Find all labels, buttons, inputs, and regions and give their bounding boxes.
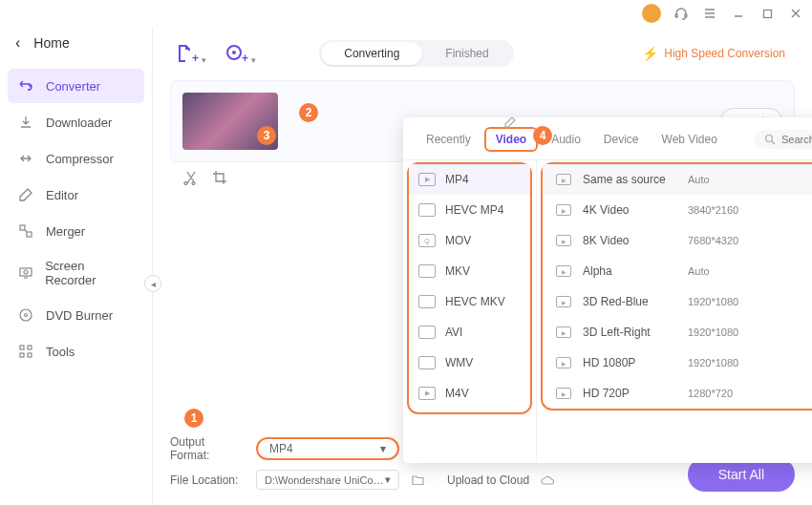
add-dvd-button[interactable]: +▾ [220, 38, 250, 69]
preset-item[interactable]: Same as sourceAuto [543, 164, 812, 195]
output-format-label: Output Format: [170, 435, 246, 462]
trim-icon[interactable] [183, 170, 199, 185]
compressor-icon [17, 150, 34, 167]
window-minimize-icon[interactable] [730, 5, 747, 22]
popup-tab-video[interactable]: Video [484, 127, 538, 152]
sidebar-item-compressor[interactable]: Compressor [8, 141, 144, 176]
tools-icon [17, 343, 34, 360]
merger-icon [17, 222, 34, 240]
sidebar-item-converter[interactable]: Converter [8, 69, 144, 103]
window-close-icon[interactable] [787, 5, 804, 22]
window-maximize-icon[interactable] [759, 5, 776, 22]
chevron-down-icon: ▾ [385, 473, 391, 486]
svg-rect-10 [28, 353, 32, 357]
svg-rect-8 [28, 346, 32, 349]
svg-point-4 [24, 270, 28, 274]
sidebar-item-downloader[interactable]: Downloader [8, 105, 144, 139]
svg-rect-2 [27, 232, 32, 237]
sidebar-item-label: DVD Burner [46, 308, 113, 323]
video-rect-icon [556, 174, 571, 185]
sidebar-item-label: Merger [46, 224, 85, 239]
popup-tab-recently[interactable]: Recently [417, 129, 481, 150]
svg-rect-3 [20, 268, 32, 276]
svg-rect-7 [20, 346, 24, 349]
annotation-badge-1: 1 [184, 409, 203, 428]
format-icon: ▶ [418, 387, 436, 400]
format-item-m4v[interactable]: ▶M4V [409, 378, 530, 409]
video-rect-icon [556, 326, 571, 338]
video-rect-icon [556, 235, 571, 246]
titlebar [0, 0, 812, 27]
format-item-mkv[interactable]: MKV [409, 256, 530, 286]
format-popup: Recently Video Audio Device Web Video ▶M… [403, 117, 812, 463]
format-icon: ▶ [418, 173, 436, 186]
format-item-hevcmkv[interactable]: HEVC MKV [409, 286, 530, 317]
file-location-dropdown[interactable]: D:\Wondershare UniConverter 1 ▾ [256, 470, 399, 490]
sidebar: ‹ Home Converter Downloader Compressor E… [0, 27, 153, 505]
sidebar-item-dvd[interactable]: DVD Burner [8, 298, 144, 332]
preset-column: Same as sourceAuto 4K Video3840*2160 8K … [537, 160, 812, 463]
converter-icon [17, 77, 34, 95]
sidebar-item-label: Converter [46, 79, 100, 94]
svg-point-12 [232, 51, 236, 54]
cloud-icon[interactable] [539, 474, 556, 486]
back-chevron-icon[interactable]: ‹ [15, 34, 20, 52]
downloader-icon [17, 114, 34, 131]
annotation-badge-4: 4 [533, 126, 552, 145]
format-item-mov[interactable]: QMOV [409, 225, 530, 256]
sidebar-item-recorder[interactable]: Screen Recorder [8, 250, 144, 296]
preset-item[interactable]: HD 720P1280*720 [543, 378, 812, 409]
sidebar-item-editor[interactable]: Editor [8, 178, 144, 212]
sidebar-item-label: Compressor [46, 152, 114, 166]
preset-item[interactable]: 3D Red-Blue1920*1080 [543, 286, 812, 317]
preset-item[interactable]: 4K Video3840*2160 [543, 195, 812, 225]
high-speed-toggle[interactable]: ⚡ High Speed Conversion [632, 42, 795, 65]
search-input[interactable] [781, 134, 812, 145]
sidebar-item-tools[interactable]: Tools [8, 334, 144, 368]
preset-item[interactable]: AlphaAuto [543, 256, 812, 286]
popup-tab-web[interactable]: Web Video [652, 129, 727, 150]
video-rect-icon [556, 265, 571, 277]
pill-finished[interactable]: Finished [422, 42, 511, 65]
svg-point-6 [25, 314, 28, 317]
format-icon [418, 356, 436, 369]
svg-rect-9 [20, 353, 24, 357]
svg-point-13 [766, 136, 773, 142]
format-icon [418, 264, 436, 278]
popup-search[interactable] [755, 130, 812, 149]
popup-edit-icon[interactable] [503, 117, 517, 129]
recorder-icon [17, 264, 33, 282]
search-icon [764, 134, 776, 145]
pill-converting[interactable]: Converting [321, 42, 422, 65]
folder-icon[interactable] [409, 473, 426, 487]
format-icon [418, 295, 436, 308]
user-avatar-icon[interactable] [642, 4, 661, 23]
crop-icon[interactable] [212, 170, 227, 185]
hamburger-menu-icon[interactable] [701, 5, 718, 22]
preset-item[interactable]: HD 1080P1920*1080 [543, 347, 812, 378]
add-file-button[interactable]: +▾ [170, 38, 201, 69]
chevron-down-icon: ▾ [380, 442, 386, 455]
sidebar-item-label: Downloader [46, 116, 112, 130]
video-rect-icon [556, 204, 571, 216]
file-location-label: File Location: [170, 473, 246, 487]
output-format-dropdown[interactable]: MP4 ▾ [256, 437, 399, 460]
video-rect-icon [556, 357, 571, 368]
video-rect-icon [556, 296, 571, 307]
high-speed-label: High Speed Conversion [664, 47, 785, 60]
popup-tab-device[interactable]: Device [594, 129, 649, 150]
preset-item[interactable]: 3D Left-Right1920*1080 [543, 317, 812, 347]
headset-icon[interactable] [673, 5, 690, 22]
format-item-avi[interactable]: AVI [409, 317, 530, 347]
svg-point-5 [20, 309, 32, 321]
format-item-mp4[interactable]: ▶MP4 [409, 164, 530, 195]
sidebar-item-merger[interactable]: Merger [8, 214, 144, 248]
format-item-wmv[interactable]: WMV [409, 347, 530, 378]
format-icon [418, 203, 436, 217]
format-item-hevcmp4[interactable]: HEVC MP4 [409, 195, 530, 225]
upload-label: Upload to Cloud [447, 473, 529, 487]
home-label[interactable]: Home [33, 35, 69, 51]
preset-item[interactable]: 8K Video7680*4320 [543, 225, 812, 256]
svg-rect-1 [20, 225, 25, 230]
status-pills: Converting Finished [319, 40, 513, 67]
